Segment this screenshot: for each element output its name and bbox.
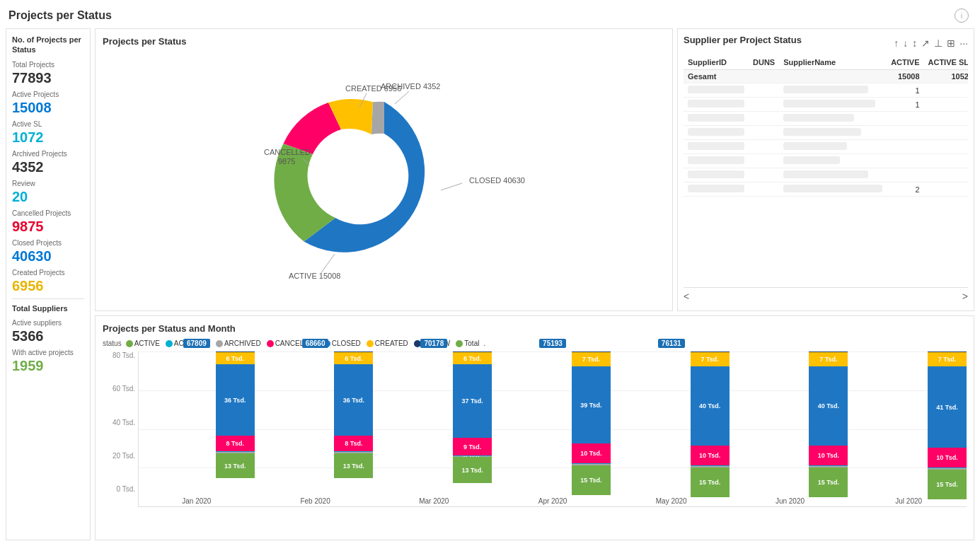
stacked-bar: 13 Tsd.8 Tsd.36 Tsd.6 Tsd. [334, 352, 373, 478]
bar-segment-label: 8 Tsd. [345, 440, 362, 447]
bar-segment-label: 13 Tsd. [461, 467, 483, 474]
bar-segment: 15 Tsd. [572, 465, 611, 495]
cell-sid [684, 168, 749, 182]
table-nav-right[interactable]: > [962, 291, 968, 302]
bar-group: 7519315 Tsd.10 Tsd.39 Tsd.7 Tsd.Apr 2020 [495, 352, 611, 492]
active-suppliers-value: 5366 [12, 328, 84, 344]
bar-segment: 13 Tsd. [216, 453, 255, 478]
expand-icon[interactable]: ↗ [921, 37, 930, 49]
bar-segment: 37 Tsd. [453, 364, 492, 438]
filter-icon[interactable]: ⊥ [934, 37, 942, 49]
col-supplier-id[interactable]: SupplierID [684, 55, 749, 70]
col-duns[interactable]: DUNS [749, 55, 779, 70]
legend-label-active: ACTIVE [134, 339, 160, 347]
cell-sid [684, 126, 749, 140]
section1-title: No. of Projects per Status [12, 35, 84, 55]
table-title: Supplier per Project Status [684, 35, 802, 45]
bar-segment: 41 Tsd. [928, 366, 967, 448]
legend-label-archived: ARCHIVED [224, 339, 261, 347]
review-label: Review [12, 180, 84, 187]
expand2-icon[interactable]: ⊞ [947, 37, 955, 49]
legend-dot-cancelled [267, 340, 274, 347]
total-projects-value: 77893 [12, 70, 84, 86]
closed-projects-value: 40630 [12, 248, 84, 265]
cell-sid [684, 140, 749, 154]
cell-duns [749, 126, 779, 140]
bar-segment: 8 Tsd. [334, 436, 373, 451]
bar-group: 15 Tsd.10 Tsd.40 Tsd.7 Tsd.Jun 2020 [732, 352, 848, 492]
cell-duns [749, 154, 779, 168]
cell-asl [924, 182, 968, 197]
with-active-projects-value: 1959 [12, 358, 84, 374]
bar-segment-label: 10 Tsd. [580, 450, 601, 457]
bar-segment-label: 7 Tsd. [582, 356, 600, 363]
more-icon[interactable]: ··· [959, 37, 968, 49]
info-icon[interactable]: i [955, 8, 969, 23]
cell-duns [749, 182, 779, 197]
bar-segment-label: 15 Tsd. [699, 479, 720, 486]
sort-asc-icon[interactable]: ↑ [894, 37, 899, 49]
svg-text:CANCELLED: CANCELLED [264, 148, 311, 156]
bar-segment-label: 8 Tsd. [226, 440, 244, 447]
bar-segment-label: 6 Tsd. [226, 355, 244, 362]
bar-total-badge: 68660 [302, 339, 329, 348]
y-label-40: 40 Tsd. [103, 419, 135, 426]
table-navigation: < > [684, 287, 968, 305]
bar-segment: 6 Tsd. [453, 352, 492, 364]
bar-segment-label: 6 Tsd. [463, 355, 481, 362]
table-row: 1 [684, 98, 968, 112]
legend-dot-review [414, 340, 421, 347]
bar-segment-label: 7 Tsd. [701, 356, 718, 363]
col-active-sl[interactable]: ACTIVE SL [924, 55, 968, 70]
closed-projects-label: Closed Projects [12, 239, 84, 247]
legend-dot-total [456, 340, 463, 347]
bar-segment: 36 Tsd. [334, 364, 373, 436]
svg-text:ACTIVE 15008: ACTIVE 15008 [289, 272, 340, 280]
y-label-60: 60 Tsd. [103, 385, 135, 393]
bar-group: 15 Tsd.10 Tsd.41 Tsd.7 Tsd.Jul 2020 [851, 352, 967, 492]
svg-text:9875: 9875 [278, 157, 295, 165]
col-supplier-name[interactable]: SupplierName [779, 55, 887, 70]
bar-segment-label: 9 Tsd. [463, 443, 481, 451]
bar-segment: 13 Tsd. [453, 457, 492, 483]
total-active-sl: 1052 [924, 70, 968, 83]
bar-group: 6866013 Tsd.8 Tsd.36 Tsd.6 Tsd.Feb 2020 [258, 352, 374, 492]
sort-desc-icon[interactable]: ↓ [903, 37, 908, 49]
cell-active: 1 [887, 98, 923, 112]
cell-active: 2 [887, 182, 923, 197]
bar-segment-label: 10 Tsd. [936, 454, 957, 461]
cell-asl [924, 98, 968, 112]
bar-segment-label: 39 Tsd. [580, 402, 601, 409]
table-panel-header: Supplier per Project Status ↑ ↓ ↕ ↗ ⊥ ⊞ … [684, 35, 968, 51]
table-nav-left[interactable]: < [684, 291, 689, 302]
bar-segment: 13 Tsd. [334, 453, 373, 478]
with-active-projects-label: With active projects [12, 349, 84, 356]
bar-segment-label: 15 Tsd. [818, 479, 839, 486]
bar-segment: 6 Tsd. [334, 352, 373, 364]
bar-segment: 9 Tsd. [453, 438, 492, 455]
cell-asl [924, 83, 968, 98]
bar-segment: 6 Tsd. [216, 352, 255, 364]
cell-sid [684, 154, 749, 168]
bar-segment-label: 10 Tsd. [699, 452, 720, 459]
donut-chart: CLOSED 40630 ACTIVE 15008 CANCELLED 9875… [103, 52, 665, 293]
stacked-bar: 15 Tsd.10 Tsd.41 Tsd.7 Tsd. [928, 352, 967, 499]
col-active[interactable]: ACTIVE [887, 55, 923, 70]
table-header-row: SupplierID DUNS SupplierName ACTIVE ACTI… [684, 55, 968, 70]
bar-segment: 7 Tsd. [572, 352, 611, 366]
cell-duns [749, 140, 779, 154]
sort-double-icon[interactable]: ↕ [912, 37, 917, 49]
bars-container: 6780913 Tsd.8 Tsd.36 Tsd.6 Tsd.Jan 20206… [138, 352, 967, 507]
cell-sid [684, 83, 749, 98]
cell-asl [924, 168, 968, 182]
bar-segment: 15 Tsd. [809, 467, 848, 497]
table-scroll-area[interactable]: SupplierID DUNS SupplierName ACTIVE ACTI… [684, 55, 968, 287]
bar-total-badge: 75193 [539, 339, 566, 348]
bar-segment: 10 Tsd. [809, 446, 848, 465]
bar-segment: 39 Tsd. [572, 366, 611, 443]
donut-segment-archived[interactable] [371, 102, 384, 134]
table-row: 1 [684, 168, 968, 182]
svg-text:CLOSED 40630: CLOSED 40630 [469, 176, 525, 185]
status-label: status [103, 339, 122, 347]
svg-line-6 [441, 183, 462, 190]
